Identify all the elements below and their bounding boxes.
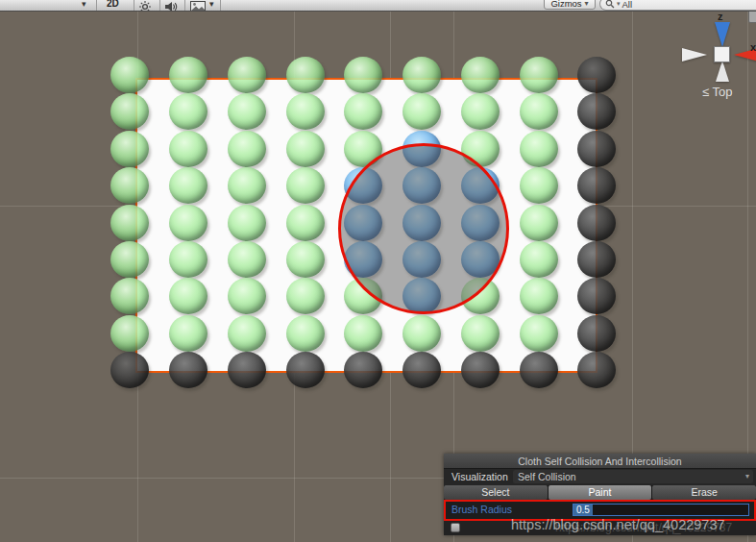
cloth-particle-green-unselected-particle[interactable] [169, 167, 207, 204]
cloth-particle-green-unselected-particle[interactable] [169, 205, 207, 241]
axis-z-label: z [718, 11, 723, 22]
search-value: All [622, 0, 633, 10]
view-orientation-label[interactable]: ≤ Top [702, 85, 732, 99]
cloth-particle-dark-edge-particle[interactable] [577, 352, 616, 388]
cloth-particle-green-unselected-particle[interactable] [110, 241, 149, 278]
cloth-particle-green-unselected-particle[interactable] [402, 315, 441, 352]
scene-view[interactable]: z x ≤ Top Cloth Self Collision And Inter… [0, 0, 756, 542]
cloth-particle-green-unselected-particle[interactable] [169, 278, 207, 314]
visualization-label: Visualization [451, 471, 508, 482]
cloth-particle-green-unselected-particle[interactable] [228, 131, 266, 167]
effects-image-icon[interactable] [190, 0, 206, 12]
cloth-particle-green-unselected-particle[interactable] [110, 57, 149, 93]
cloth-particle-green-unselected-particle[interactable] [520, 167, 558, 204]
brush-radius-input[interactable]: 0.5 [573, 504, 749, 516]
cloth-particle-green-unselected-particle[interactable] [169, 241, 207, 278]
paint-mode-tabs: Select Paint Erase [444, 485, 756, 500]
lighting-toggle-sun-icon[interactable] [139, 0, 151, 12]
axis-left-cone[interactable] [682, 48, 707, 62]
draw-mode-dropdown-caret[interactable]: ▾ [82, 0, 86, 9]
axis-z-cone[interactable] [715, 22, 730, 47]
cloth-particle-green-unselected-particle[interactable] [228, 241, 266, 278]
visualization-dropdown[interactable]: Self Collision ▾ [513, 470, 753, 483]
cloth-particle-green-unselected-particle[interactable] [286, 57, 325, 93]
cloth-particle-dark-edge-particle[interactable] [344, 352, 382, 388]
cloth-particle-green-unselected-particle[interactable] [461, 315, 500, 352]
search-icon [605, 0, 615, 9]
cloth-particle-green-unselected-particle[interactable] [520, 93, 558, 130]
cloth-particle-green-unselected-particle[interactable] [520, 241, 558, 278]
cloth-particle-dark-edge-particle[interactable] [577, 278, 616, 314]
cloth-particle-dark-edge-particle[interactable] [402, 352, 441, 388]
cloth-particle-green-unselected-particle[interactable] [286, 278, 325, 314]
tab-erase[interactable]: Erase [652, 485, 756, 500]
cloth-particle-green-unselected-particle[interactable] [520, 278, 558, 314]
cloth-particle-green-unselected-particle[interactable] [286, 167, 325, 204]
cloth-particle-dark-edge-particle[interactable] [461, 352, 500, 388]
cloth-particle-green-unselected-particle[interactable] [402, 57, 441, 93]
cloth-particle-green-unselected-particle[interactable] [228, 205, 266, 241]
cloth-particle-green-unselected-particle[interactable] [110, 167, 149, 204]
brush-radius-value: 0.5 [573, 505, 593, 515]
cloth-particle-green-unselected-particle[interactable] [110, 315, 149, 352]
cloth-particle-green-unselected-particle[interactable] [228, 57, 266, 93]
cloth-particle-green-unselected-particle[interactable] [461, 57, 500, 93]
cloth-particle-green-unselected-particle[interactable] [110, 205, 149, 241]
brush-circle [338, 143, 509, 314]
chevron-down-icon: ▾ [585, 0, 589, 8]
cloth-particle-dark-edge-particle[interactable] [577, 315, 616, 352]
search-input[interactable]: ▾ All [599, 0, 756, 11]
cloth-particle-green-unselected-particle[interactable] [228, 278, 266, 314]
cloth-particle-green-unselected-particle[interactable] [228, 315, 266, 352]
cloth-particle-green-unselected-particle[interactable] [344, 57, 382, 93]
cloth-particle-green-unselected-particle[interactable] [169, 131, 207, 167]
tab-paint[interactable]: Paint [549, 485, 652, 500]
cloth-particle-green-unselected-particle[interactable] [169, 93, 207, 130]
effects-dropdown-caret[interactable]: ▾ [209, 0, 214, 9]
cloth-particle-green-unselected-particle[interactable] [169, 315, 207, 352]
cloth-particle-dark-edge-particle[interactable] [286, 352, 325, 388]
cloth-particle-dark-edge-particle[interactable] [577, 131, 616, 167]
axis-down-cone[interactable] [716, 61, 729, 82]
cloth-particle-dark-edge-particle[interactable] [577, 241, 616, 278]
cloth-particle-dark-edge-particle[interactable] [577, 167, 616, 204]
axis-center-cube[interactable] [714, 46, 730, 62]
cloth-particle-green-unselected-particle[interactable] [520, 205, 558, 241]
tab-select[interactable]: Select [444, 485, 548, 500]
cloth-particle-green-unselected-particle[interactable] [110, 131, 149, 167]
cloth-particle-green-unselected-particle[interactable] [228, 93, 266, 130]
cloth-particle-green-unselected-particle[interactable] [286, 205, 325, 241]
cloth-particle-dark-edge-particle[interactable] [169, 352, 207, 388]
cloth-particle-green-unselected-particle[interactable] [169, 57, 207, 93]
toolbar-separator [134, 0, 134, 11]
cloth-particle-green-unselected-particle[interactable] [520, 131, 558, 167]
cloth-particle-green-unselected-particle[interactable] [344, 93, 382, 130]
axis-x-label: x [750, 41, 756, 53]
cloth-particle-green-unselected-particle[interactable] [461, 93, 500, 130]
audio-toggle-speaker-icon[interactable] [165, 0, 178, 12]
cloth-particle-green-unselected-particle[interactable] [286, 93, 325, 130]
cloth-particle-dark-edge-particle[interactable] [577, 93, 616, 130]
cloth-particle-dark-edge-particle[interactable] [228, 352, 266, 388]
watermark: https://blog.csdn.net/qq_40229737 [511, 517, 725, 532]
gizmos-label: Gizmos [550, 0, 581, 9]
cloth-particle-dark-edge-particle[interactable] [520, 352, 558, 388]
cloth-particle-dark-edge-particle[interactable] [577, 205, 616, 241]
cloth-particle-green-unselected-particle[interactable] [228, 167, 266, 204]
cloth-particle-green-unselected-particle[interactable] [344, 315, 382, 352]
cloth-particle-green-unselected-particle[interactable] [402, 93, 441, 130]
toolbar-separator [184, 0, 185, 11]
cloth-particle-green-unselected-particle[interactable] [110, 278, 149, 314]
cloth-particle-dark-edge-particle[interactable] [110, 352, 149, 388]
cloth-particle-green-unselected-particle[interactable] [520, 315, 558, 352]
cloth-particle-green-unselected-particle[interactable] [520, 57, 558, 93]
cloth-particle-dark-edge-particle[interactable] [577, 57, 616, 93]
cloth-particle-green-unselected-particle[interactable] [286, 315, 325, 352]
lock-icon[interactable] [748, 10, 756, 23]
2d-toggle-button[interactable]: 2D [107, 0, 119, 9]
cloth-particle-green-unselected-particle[interactable] [110, 93, 149, 130]
backfaces-checkbox[interactable] [451, 523, 460, 532]
gizmos-dropdown-button[interactable]: Gizmos▾ [544, 0, 596, 10]
cloth-particle-green-unselected-particle[interactable] [286, 131, 325, 167]
cloth-particle-green-unselected-particle[interactable] [286, 241, 325, 278]
